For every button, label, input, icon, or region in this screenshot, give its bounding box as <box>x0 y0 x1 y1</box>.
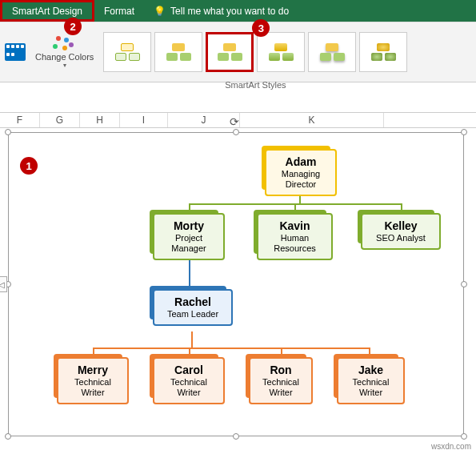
node-name: Ron <box>258 364 303 377</box>
node-rachel[interactable]: Rachel Team Leader <box>153 289 233 326</box>
node-jake[interactable]: Jake Technical Writer <box>337 357 405 404</box>
callout-2: 2 <box>64 18 82 35</box>
tellme-label: Tell me what you want to do <box>170 6 289 17</box>
node-name: Jake <box>346 364 395 377</box>
node-morty[interactable]: Morty Project Manager <box>153 213 225 260</box>
node-name: Kelley <box>370 219 431 233</box>
style-option-6[interactable] <box>359 32 407 72</box>
node-name: Morty <box>162 219 215 233</box>
col-G[interactable]: G <box>40 113 80 127</box>
tab-format[interactable]: Format <box>94 0 144 22</box>
node-title: SEO Analyst <box>370 233 431 243</box>
node-name: Kavin <box>266 219 323 233</box>
col-I[interactable]: I <box>120 113 168 127</box>
style-option-2[interactable] <box>154 32 202 72</box>
node-carol[interactable]: Carol Technical Writer <box>153 357 225 404</box>
tab-smartart-design[interactable]: SmartArt Design <box>0 0 94 22</box>
chevron-down-icon: ▾ <box>35 62 94 69</box>
callout-1: 1 <box>20 157 38 175</box>
node-merry[interactable]: Merry Technical Writer <box>57 357 129 404</box>
ribbon-tabs: SmartArt Design Format 💡 Tell me what yo… <box>0 0 476 22</box>
node-title: Technical Writer <box>258 377 303 398</box>
node-name: Carol <box>162 364 215 377</box>
node-title: Team Leader <box>162 309 223 319</box>
node-title: Technical Writer <box>346 377 395 398</box>
node-kavin[interactable]: Kavin Human Resources <box>257 213 333 260</box>
node-title: Technical Writer <box>66 377 119 398</box>
style-option-4[interactable] <box>257 32 305 72</box>
change-colors-label: Change Colors <box>35 52 94 62</box>
col-K[interactable]: K <box>240 113 384 127</box>
watermark: wsxdn.com <box>431 442 471 451</box>
sheet-area: F G H I J K ⟳ ◁ 1 <box>0 112 476 454</box>
styles-group-label: SmartArt Styles <box>225 80 286 90</box>
change-colors-button[interactable]: Change Colors ▾ <box>32 34 97 70</box>
layout-group <box>5 43 26 61</box>
smartart-container[interactable]: ⟳ ◁ 1 Adam Managing Director Morty Proje… <box>8 132 464 436</box>
node-name: Rachel <box>162 295 223 309</box>
node-name: Adam <box>274 155 327 169</box>
text-pane-toggle[interactable]: ◁ <box>0 276 7 292</box>
node-title: Human Resources <box>266 233 323 254</box>
smartart-styles-gallery: SmartArt Styles 3 <box>103 32 407 72</box>
tab-tellme[interactable]: 💡 Tell me what you want to do <box>144 0 476 22</box>
col-F[interactable]: F <box>0 113 40 127</box>
rotate-handle[interactable]: ⟳ <box>230 115 239 128</box>
node-kelley[interactable]: Kelley SEO Analyst <box>361 213 441 250</box>
style-option-3[interactable] <box>206 32 254 72</box>
bulb-icon: 💡 <box>154 6 166 17</box>
node-title: Managing Director <box>274 169 327 190</box>
node-ron[interactable]: Ron Technical Writer <box>249 357 313 404</box>
style-option-1[interactable] <box>103 32 151 72</box>
node-title: Technical Writer <box>162 377 215 398</box>
node-adam[interactable]: Adam Managing Director <box>265 149 337 196</box>
node-title: Project Manager <box>162 233 215 254</box>
org-chart: Adam Managing Director Morty Project Man… <box>9 133 463 436</box>
node-name: Merry <box>66 364 119 377</box>
layout-option-1[interactable] <box>5 43 26 61</box>
color-swirl-icon <box>53 36 77 52</box>
style-option-5[interactable] <box>308 32 356 72</box>
col-H[interactable]: H <box>80 113 120 127</box>
